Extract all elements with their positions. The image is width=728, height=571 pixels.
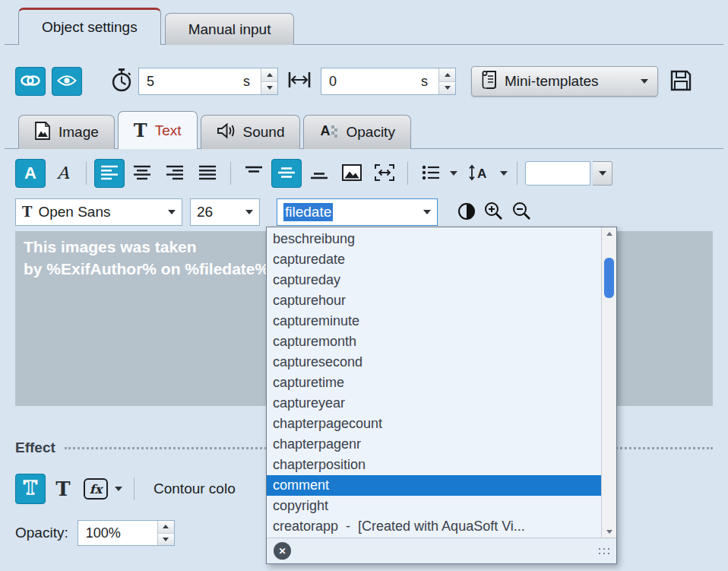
duration-field[interactable]: 5 s xyxy=(138,68,278,95)
spinner-up[interactable] xyxy=(158,521,174,533)
duration-unit: s xyxy=(243,74,250,90)
variable-list-item[interactable]: copyright xyxy=(267,496,601,516)
text-effect-fx-button[interactable]: fx xyxy=(81,474,111,504)
spinner-up[interactable] xyxy=(439,68,455,81)
zoom-in-icon xyxy=(483,201,504,224)
variable-list-item[interactable]: beschreibung xyxy=(267,229,601,249)
variable-list-item[interactable]: captureminute xyxy=(267,311,601,331)
tab-image-label: Image xyxy=(59,124,99,141)
tab-manual-input[interactable]: Manual input xyxy=(165,13,295,45)
chevron-down-icon[interactable] xyxy=(162,199,182,225)
font-toolbar: T Open Sans 26 filedate xyxy=(15,198,532,227)
tab-sound[interactable]: Sound xyxy=(201,115,301,149)
align-justify-button[interactable] xyxy=(192,159,223,188)
insert-image-button[interactable] xyxy=(337,159,367,188)
resize-grip[interactable] xyxy=(597,546,609,557)
chevron-down-icon[interactable] xyxy=(239,199,259,225)
caret-shape xyxy=(423,210,431,214)
bold-button[interactable]: A xyxy=(15,159,46,188)
tab-opacity[interactable]: A Opacity xyxy=(303,115,410,149)
contrast-button[interactable] xyxy=(457,202,476,223)
scrollbar-thumb[interactable] xyxy=(604,258,614,298)
align-left-icon xyxy=(100,165,119,182)
variable-list-item[interactable]: capturetime xyxy=(267,373,601,393)
bullet-list-icon xyxy=(422,165,440,182)
variable-list-item[interactable]: capturedate xyxy=(267,249,601,270)
spinner-down[interactable] xyxy=(261,81,277,95)
scrollbar[interactable] xyxy=(601,227,616,538)
tab-image[interactable]: Image xyxy=(18,115,115,149)
speaker-icon xyxy=(217,122,236,143)
chevron-down-icon[interactable] xyxy=(417,199,437,225)
variable-list-item[interactable]: capturemonth xyxy=(267,331,601,352)
opacity-spinner[interactable] xyxy=(157,521,174,545)
valign-bottom-button[interactable] xyxy=(304,159,334,188)
font-family-combo[interactable]: T Open Sans xyxy=(15,198,182,226)
variable-list-item[interactable]: creatorapp - [Created with AquaSoft Vi..… xyxy=(267,516,601,537)
variable-list-item[interactable]: capturehour xyxy=(267,290,601,311)
effect-dropdown-caret[interactable] xyxy=(113,474,124,503)
save-button[interactable] xyxy=(669,68,693,95)
tab-manual-input-label: Manual input xyxy=(188,21,271,38)
solid-t-icon: T xyxy=(55,479,70,499)
variable-list-item[interactable]: comment xyxy=(267,475,601,496)
offset-unit: s xyxy=(421,74,428,90)
variable-combo[interactable]: filedate xyxy=(277,198,438,226)
duration-spinner[interactable] xyxy=(261,68,277,94)
spinner-down[interactable] xyxy=(439,81,455,95)
text-solid-button[interactable]: T xyxy=(48,474,78,504)
line-spacing-caret[interactable] xyxy=(499,159,509,188)
offset-field[interactable]: 0 s xyxy=(321,68,456,95)
tab-text[interactable]: T Text xyxy=(118,111,198,149)
zoom-out-button[interactable] xyxy=(511,201,532,224)
visibility-button[interactable] xyxy=(52,67,82,96)
duration-value[interactable]: 5 xyxy=(139,74,243,90)
tab-object-settings[interactable]: Object settings xyxy=(18,8,161,45)
offset-spinner[interactable] xyxy=(438,68,455,94)
variable-list-item[interactable]: chapterposition xyxy=(267,455,601,475)
spinner-down[interactable] xyxy=(158,533,174,546)
separator xyxy=(517,162,518,185)
outline-t-icon: T xyxy=(21,477,40,501)
valign-top-button[interactable] xyxy=(239,159,269,188)
opacity-value[interactable]: 100% xyxy=(78,525,157,541)
font-size-combo[interactable]: 26 xyxy=(190,198,260,226)
stopwatch-icon xyxy=(111,68,132,95)
variable-list-item[interactable]: capturesecond xyxy=(267,352,601,373)
offset-value[interactable]: 0 xyxy=(321,74,421,90)
line-spacing-button[interactable]: A xyxy=(461,159,496,188)
arrow-down-icon xyxy=(445,86,451,90)
mini-templates-dropdown[interactable]: Mini-templates xyxy=(471,66,658,97)
font-color-swatch[interactable] xyxy=(525,161,590,186)
variable-combo-value[interactable]: filedate xyxy=(283,203,333,221)
arrow-up-icon xyxy=(445,73,451,77)
save-icon xyxy=(669,68,693,95)
variable-list-item[interactable]: chapterpagenr xyxy=(267,434,601,455)
align-right-button[interactable] xyxy=(160,159,190,188)
align-left-button[interactable] xyxy=(94,159,125,188)
zoom-in-button[interactable] xyxy=(483,201,504,224)
variable-list-item[interactable]: captureyear xyxy=(267,393,601,414)
valign-bottom-icon xyxy=(310,165,328,182)
align-center-button[interactable] xyxy=(127,159,157,188)
list-dropdown-caret[interactable] xyxy=(448,159,459,188)
scroll-down-arrow[interactable] xyxy=(602,525,616,538)
arrow-down-icon xyxy=(163,538,169,541)
tab-object-settings-label: Object settings xyxy=(42,19,138,36)
italic-button[interactable]: A xyxy=(48,159,78,188)
spinner-up[interactable] xyxy=(261,68,277,81)
close-button[interactable]: ✕ xyxy=(274,542,291,560)
opacity-field[interactable]: 100% xyxy=(78,520,175,546)
svg-text:A: A xyxy=(321,123,331,138)
fit-text-button[interactable] xyxy=(369,159,400,188)
variable-list-item[interactable]: captureday xyxy=(267,270,601,290)
scroll-up-arrow[interactable] xyxy=(602,227,616,240)
valign-middle-button[interactable] xyxy=(271,159,302,188)
align-justify-icon xyxy=(198,165,217,182)
link-duration-button[interactable] xyxy=(15,67,46,96)
text-outline-button[interactable]: T xyxy=(15,474,46,504)
variable-list-item[interactable]: chapterpagecount xyxy=(267,414,601,434)
font-color-caret[interactable] xyxy=(593,161,612,186)
list-button[interactable] xyxy=(416,159,446,188)
italic-icon: A xyxy=(57,165,69,182)
